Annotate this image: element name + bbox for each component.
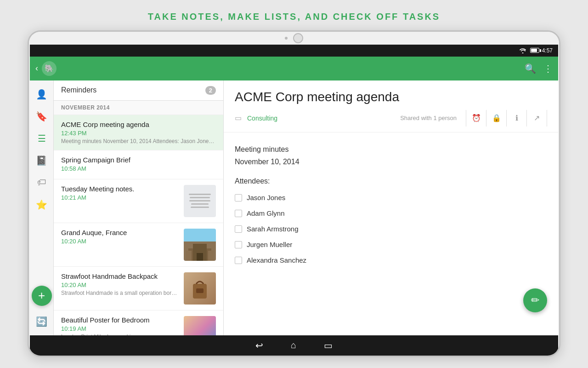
- sidebar-item-shortcuts[interactable]: 🔖: [32, 106, 52, 126]
- info-action-btn[interactable]: ℹ: [507, 110, 527, 126]
- app-content: 👤 🔖 ☰ 📓 🏷 ⭐ +: [30, 80, 558, 335]
- note-detail: ACME Corp meeting agenda ▭ Consulting Sh…: [224, 80, 558, 335]
- add-icon: +: [38, 288, 45, 303]
- app-header: ‹ 🐘 🔍 ⋮: [30, 57, 558, 80]
- sidebar-item-starred[interactable]: ⭐: [32, 195, 52, 215]
- reminders-header: Reminders 2: [54, 80, 223, 101]
- note-thumbnail-poster: [184, 316, 216, 335]
- lock-icon: 🔒: [492, 114, 501, 122]
- shortcuts-icon: 🔖: [36, 111, 47, 122]
- attendee-item-3: Sarah Armstrong: [235, 224, 547, 235]
- checkbox-2[interactable]: [235, 210, 242, 217]
- header-actions: 🔍 ⋮: [525, 63, 553, 74]
- note-preview-acme: Meeting minutes November 10, 2014 Attend…: [61, 138, 216, 144]
- note-preview-poster: London Print Mike Lemanski: [61, 334, 179, 335]
- sidebar-bottom: + 🔄: [32, 286, 52, 335]
- alarm-icon: ⏰: [472, 114, 481, 122]
- share-action-btn[interactable]: ↗: [527, 110, 547, 126]
- note-time-strawfoot: 10:20 AM: [61, 282, 179, 288]
- lock-action-btn[interactable]: 🔒: [486, 110, 507, 126]
- checkbox-3[interactable]: [235, 225, 242, 233]
- reminders-title: Reminders: [61, 86, 96, 94]
- note-item-tuesday[interactable]: Tuesday Meeting notes. 10:21 AM: [54, 179, 223, 223]
- battery-icon: [530, 48, 539, 53]
- reminder-action-btn[interactable]: ⏰: [466, 110, 486, 126]
- note-item-acme[interactable]: ACME Corp meeting agenda 12:43 PM Meetin…: [54, 115, 223, 150]
- checkbox-1[interactable]: [235, 194, 242, 201]
- tablet-camera: [293, 33, 303, 43]
- meta-actions: ⏰ 🔒 ℹ ↗: [466, 110, 547, 126]
- reminders-badge: 2: [205, 86, 216, 95]
- tags-icon: 🏷: [37, 177, 46, 188]
- note-text-acme: ACME Corp meeting agenda 12:43 PM Meetin…: [61, 121, 216, 144]
- sync-button[interactable]: 🔄: [32, 311, 52, 332]
- home-nav-icon[interactable]: ⌂: [291, 340, 296, 351]
- tablet-screen: 4:57 ‹ 🐘 🔍 ⋮ 👤 🔖: [30, 45, 558, 356]
- edit-fab-button[interactable]: ✏: [523, 288, 547, 312]
- note-title-strawfoot: Strawfoot Handmade Backpack: [61, 272, 179, 280]
- attendee-item-4: Jurgen Mueller: [235, 239, 547, 250]
- note-time-tuesday: 10:21 AM: [61, 194, 179, 201]
- note-item-strawfoot[interactable]: Strawfoot Handmade Backpack 10:20 AM Str…: [54, 267, 223, 310]
- status-icons: 4:57: [519, 47, 553, 54]
- notes-section-header: NOVEMBER 2014: [54, 101, 223, 115]
- note-title-spring: Spring Campaign Brief: [61, 156, 216, 164]
- sync-icon: 🔄: [36, 316, 47, 327]
- notebook-icon: ▭: [235, 114, 242, 122]
- bottom-nav: ↩ ⌂ ▭: [30, 335, 558, 356]
- note-text-grand: Grand Auque, France 10:20 AM: [61, 229, 179, 261]
- tablet-dot: [285, 37, 288, 40]
- note-title-acme: ACME Corp meeting agenda: [61, 121, 216, 128]
- evernote-logo-icon: 🐘: [42, 61, 57, 76]
- attendee-item-1: Jason Jones: [235, 192, 547, 203]
- account-icon: 👤: [36, 89, 47, 100]
- svg-rect-5: [186, 251, 192, 261]
- notes-list: Reminders 2 NOVEMBER 2014 ACME Corp meet…: [54, 80, 224, 335]
- note-text-poster: Beautiful Poster for Bedroom 10:19 AM Lo…: [61, 316, 179, 335]
- attendees-label: Attendees:: [235, 175, 547, 187]
- note-time-spring: 10:58 AM: [61, 165, 216, 172]
- checkbox-5[interactable]: [235, 257, 242, 264]
- recents-nav-icon[interactable]: ▭: [324, 340, 333, 351]
- svg-rect-4: [197, 253, 203, 261]
- svg-text:🐘: 🐘: [45, 64, 54, 73]
- sidebar-item-account[interactable]: 👤: [32, 84, 52, 104]
- attendee-name-4: Jurgen Mueller: [247, 239, 292, 250]
- body-heading: Meeting minutes: [235, 144, 547, 155]
- more-icon[interactable]: ⋮: [543, 63, 553, 74]
- sidebar-item-tags[interactable]: 🏷: [32, 172, 52, 193]
- note-item-spring[interactable]: Spring Campaign Brief 10:58 AM: [54, 150, 223, 179]
- notebook-sidebar-icon: 📓: [36, 155, 47, 166]
- search-icon[interactable]: 🔍: [525, 63, 536, 74]
- status-time: 4:57: [542, 47, 553, 54]
- note-item-grand[interactable]: Grand Auque, France 10:20 AM: [54, 223, 223, 267]
- shared-text: Shared with 1 person: [400, 115, 457, 121]
- status-bar: 4:57: [30, 45, 558, 57]
- back-nav-icon[interactable]: ↩: [255, 340, 263, 351]
- sidebar-item-notes[interactable]: ☰: [32, 128, 52, 149]
- note-text-spring: Spring Campaign Brief 10:58 AM: [61, 156, 216, 173]
- note-item-poster[interactable]: Beautiful Poster for Bedroom 10:19 AM Lo…: [54, 310, 223, 335]
- note-text-tuesday: Tuesday Meeting notes. 10:21 AM: [61, 185, 179, 217]
- notes-icon: ☰: [38, 133, 46, 144]
- notes-scroll: ACME Corp meeting agenda 12:43 PM Meetin…: [54, 115, 223, 335]
- note-title-tuesday: Tuesday Meeting notes.: [61, 185, 179, 193]
- note-thumbnail-tuesday: [184, 185, 216, 217]
- checkbox-4[interactable]: [235, 241, 242, 248]
- svg-rect-6: [208, 251, 214, 261]
- add-note-fab[interactable]: +: [32, 286, 52, 306]
- attendee-name-1: Jason Jones: [247, 192, 285, 203]
- note-detail-body: Meeting minutes November 10, 2014 Attend…: [224, 132, 558, 335]
- edit-icon: ✏: [531, 294, 539, 306]
- tablet-top-bar: [29, 32, 559, 45]
- header-back-icon[interactable]: ‹: [35, 63, 38, 73]
- sidebar-item-notebook[interactable]: 📓: [32, 150, 52, 171]
- starred-icon: ⭐: [36, 199, 47, 210]
- note-detail-meta: ▭ Consulting Shared with 1 person ⏰ 🔒 ℹ: [235, 110, 547, 126]
- share-icon: ↗: [534, 114, 540, 122]
- note-thumbnail-strawfoot: [184, 272, 216, 305]
- note-preview-strawfoot: Strawfoot Handmade is a small operation …: [61, 290, 179, 296]
- attendee-name-3: Sarah Armstrong: [247, 224, 299, 235]
- tablet-frame: 4:57 ‹ 🐘 🔍 ⋮ 👤 🔖: [28, 30, 560, 357]
- notebook-name[interactable]: Consulting: [247, 115, 277, 122]
